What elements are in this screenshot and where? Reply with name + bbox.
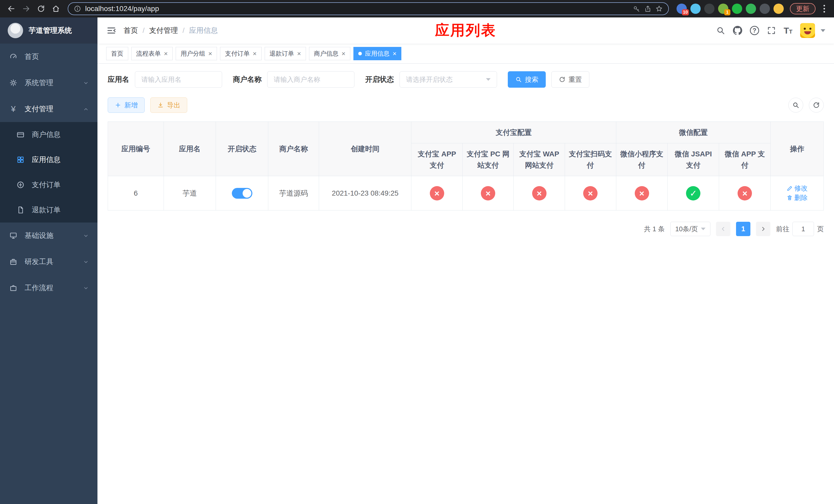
extension-drop-icon[interactable] [690, 4, 701, 14]
plus-icon [115, 102, 121, 109]
export-button[interactable]: 导出 [150, 97, 187, 113]
col-group-alipay: 支付宝配置 [411, 122, 616, 143]
breadcrumb-payment[interactable]: 支付管理 [149, 26, 178, 36]
col-alipay-app: 支付宝 APP 支付 [411, 143, 463, 176]
chevron-down-icon [486, 78, 490, 81]
tab-merchant-info[interactable]: 商户信息× [309, 47, 350, 60]
page-size-select[interactable]: 10条/页 [671, 222, 710, 236]
alipay-scan-status-icon: × [583, 186, 597, 201]
col-alipay-scan: 支付宝扫码支付 [565, 143, 616, 176]
close-icon[interactable]: × [253, 50, 257, 57]
extension-icons: 101 [677, 4, 784, 14]
breadcrumb-home[interactable]: 首页 [124, 26, 138, 36]
tab-pay-order[interactable]: 支付订单× [220, 47, 261, 60]
app-name-input[interactable] [135, 71, 222, 88]
sidebar-item-refund-order[interactable]: 退款订单 [0, 198, 97, 223]
breadcrumb-app-info: 应用信息 [189, 26, 218, 36]
back-button[interactable] [5, 2, 18, 15]
cell-merchant: 芋道源码 [268, 176, 319, 210]
close-icon[interactable]: × [393, 50, 396, 57]
sidebar-item-system[interactable]: 系统管理 [0, 70, 97, 96]
help-icon[interactable]: ? [750, 26, 759, 35]
close-icon[interactable]: × [208, 50, 212, 57]
font-size-icon[interactable]: TT [784, 26, 792, 36]
sidebar-item-app-info[interactable]: 应用信息 [0, 147, 97, 172]
chrome-update-button[interactable]: 更新 [790, 3, 815, 14]
reset-icon [559, 76, 566, 83]
sidebar-item-pay-order[interactable]: 支付订单 [0, 172, 97, 198]
next-page-button[interactable] [756, 222, 770, 236]
tags-view-bar: 首页 流程表单× 用户分组× 支付订单× 退款订单× 商户信息× 应用信息× [97, 44, 834, 64]
cell-status [216, 176, 268, 210]
delete-link[interactable]: 删除 [787, 193, 808, 202]
enable-toggle[interactable] [232, 188, 253, 199]
col-wechat-jsapi: 微信 JSAPI 支付 [667, 143, 719, 176]
user-avatar[interactable] [800, 23, 815, 38]
share-icon[interactable] [644, 5, 652, 12]
sidebar-item-infra[interactable]: 基础设施 [0, 223, 97, 249]
wechat-mini-status-icon: × [635, 186, 649, 201]
goto-label: 前往 [776, 225, 789, 233]
col-alipay-wap: 支付宝 WAP 网站支付 [514, 143, 565, 176]
reset-button[interactable]: 重置 [551, 71, 589, 88]
breadcrumb: 首页 / 支付管理 / 应用信息 [124, 26, 218, 36]
site-info-icon[interactable] [74, 5, 81, 12]
forward-button[interactable] [20, 2, 33, 15]
edit-link[interactable]: 修改 [787, 184, 808, 193]
chevron-down-icon [701, 228, 705, 230]
merchant-name-input[interactable] [267, 71, 354, 88]
search-button[interactable]: 搜索 [508, 71, 546, 88]
extension-pin-icon[interactable] [760, 4, 770, 14]
reload-button[interactable] [35, 2, 48, 15]
fullscreen-icon[interactable] [767, 26, 776, 35]
password-key-icon[interactable] [633, 5, 640, 12]
tab-process-form[interactable]: 流程表单× [131, 47, 173, 60]
tab-user-group[interactable]: 用户分组× [176, 47, 217, 60]
tab-home[interactable]: 首页 [106, 47, 128, 60]
tab-refund-order[interactable]: 退款订单× [265, 47, 306, 60]
hamburger-icon[interactable] [106, 25, 116, 36]
extension-dark-icon[interactable] [704, 4, 715, 14]
extension-avatar-icon[interactable]: 1 [718, 4, 728, 14]
add-button[interactable]: 新增 [108, 97, 145, 113]
sidebar-logo: 芋道管理系统 [0, 18, 97, 44]
col-created: 创建时间 [319, 122, 411, 176]
chevron-down-icon [83, 284, 89, 291]
github-icon[interactable] [733, 26, 742, 35]
chevron-up-icon [83, 106, 89, 112]
extension-avatar-badge: 1 [724, 9, 730, 15]
extension-chat-icon[interactable] [746, 4, 756, 14]
sidebar-item-home[interactable]: 首页 [0, 44, 97, 70]
close-icon[interactable]: × [297, 50, 301, 57]
page-number-1[interactable]: 1 [736, 222, 750, 236]
col-status: 开启状态 [216, 122, 268, 176]
sidebar-item-payment[interactable]: ¥ 支付管理 [0, 96, 97, 122]
tab-app-info[interactable]: 应用信息× [353, 47, 401, 60]
cell-app-name: 芋道 [163, 176, 216, 210]
url-text[interactable]: localhost:1024/pay/app [85, 5, 629, 13]
search-icon[interactable] [716, 26, 725, 35]
bookmark-star-icon[interactable] [656, 5, 663, 12]
sidebar-item-merchant-info[interactable]: 商户信息 [0, 122, 97, 147]
goto-page-input[interactable] [792, 222, 814, 236]
status-select[interactable]: 请选择开启状态 [399, 71, 497, 88]
browser-menu-icon[interactable] [819, 2, 829, 15]
sidebar-item-workflow[interactable]: 工作流程 [0, 275, 97, 301]
prev-page-button[interactable] [716, 222, 730, 236]
col-wechat-mini: 微信小程序支付 [616, 143, 667, 176]
close-icon[interactable]: × [164, 50, 168, 57]
caret-down-icon[interactable] [821, 29, 825, 32]
extension-blue-icon[interactable]: 10 [677, 4, 687, 14]
close-icon[interactable]: × [342, 50, 346, 57]
wechat-app-status-icon: × [738, 186, 752, 201]
toggle-search-button[interactable] [788, 98, 803, 113]
status-label: 开启状态 [365, 75, 394, 84]
refresh-table-button[interactable] [809, 98, 824, 113]
home-button[interactable] [49, 2, 63, 15]
address-bar[interactable]: localhost:1024/pay/app [68, 2, 669, 15]
extension-face-icon[interactable] [773, 4, 784, 14]
chevron-down-icon [83, 232, 89, 239]
merchant-name-label: 商户名称 [233, 75, 262, 84]
extension-wechat-dev-icon[interactable] [732, 4, 742, 14]
sidebar-item-dev-tools[interactable]: 研发工具 [0, 249, 97, 275]
